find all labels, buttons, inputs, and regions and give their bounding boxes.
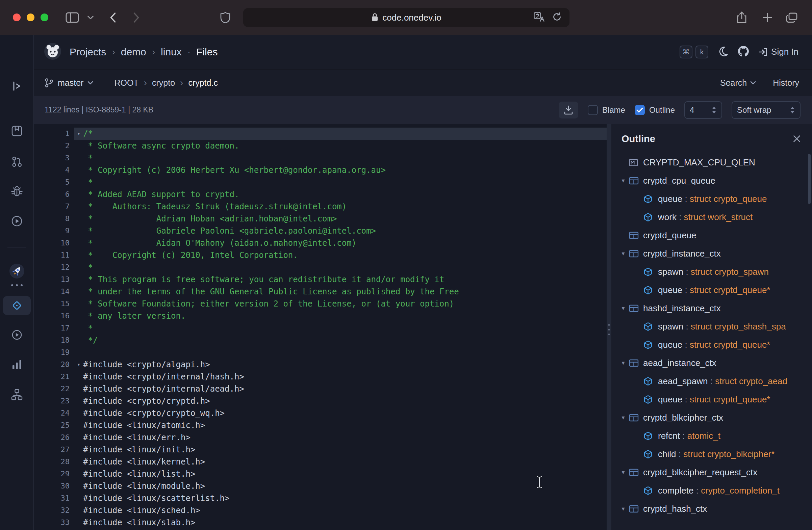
caret-down-icon[interactable]: ▾ [618,359,629,367]
line-number[interactable]: 29 [34,468,74,480]
code-line[interactable]: 31#include <linux/scatterlist.h> [34,492,607,504]
fold-caret-icon[interactable]: ▾ [74,358,83,371]
code-line[interactable]: 10 * Aidan O'Mahony (aidan.o.mahony@inte… [34,237,607,249]
code-line[interactable]: 33#include <linux/slab.h> [34,516,607,529]
minimize-window-button[interactable] [27,14,34,21]
breadcrumb-linux[interactable]: linux [161,46,182,58]
code-line[interactable]: 26#include <linux/err.h> [34,431,607,444]
code-line[interactable]: 2 * Software async crypto daemon. [34,140,607,152]
caret-down-icon[interactable]: ▾ [618,414,629,421]
code-line[interactable]: 21#include <crypto/internal/hash.h> [34,371,607,383]
outline-item[interactable]: CRYPTD_MAX_CPU_QLEN [611,153,812,172]
path-crypto[interactable]: crypto [152,78,175,88]
outline-item[interactable]: ▾cryptd_cpu_queue [611,172,812,190]
fold-caret-icon[interactable]: ▾ [74,128,83,140]
close-icon[interactable] [793,134,801,143]
line-number[interactable]: 16 [34,310,74,322]
outline-item[interactable]: spawn : struct crypto_spawn [611,263,812,281]
tab-size-stepper[interactable]: 4 [684,101,722,119]
drag-handle-icon[interactable] [608,324,610,335]
zoom-window-button[interactable] [41,14,48,21]
new-tab-icon[interactable] [762,12,773,23]
code-line[interactable]: 7 * Authors: Tadeusz Struk (tadeusz.stru… [34,201,607,213]
code-line[interactable]: 23#include <crypto/cryptd.h> [34,395,607,407]
pull-request-icon[interactable] [11,156,23,168]
line-number[interactable]: 17 [34,322,74,334]
stats-icon[interactable] [11,359,23,370]
outline-scrollbar-thumb[interactable] [808,154,811,204]
line-number[interactable]: 20 [34,358,74,371]
caret-down-icon[interactable]: ▾ [618,177,629,184]
pipelines-icon[interactable] [11,329,23,341]
panel-resizer[interactable] [607,124,611,530]
privacy-shield-icon[interactable] [220,12,230,23]
code-line[interactable]: 17 * [34,322,607,334]
onedev-logo[interactable] [44,43,61,61]
forward-icon[interactable] [133,12,140,23]
outline-item[interactable]: refcnt : atomic_t [611,427,812,445]
code-line[interactable]: 6 * Added AEAD support to cryptd. [34,188,607,201]
code-line[interactable]: 12 * [34,261,607,274]
line-number[interactable]: 1 [34,128,74,140]
bug-icon[interactable] [11,185,23,197]
line-number[interactable]: 9 [34,225,74,237]
line-number[interactable]: 15 [34,298,74,310]
code-line[interactable]: 13 * This program is free software; you … [34,274,607,285]
code-line[interactable]: 15 * Software Foundation; either version… [34,298,607,310]
code-line[interactable]: 24#include <crypto/crypto_wq.h> [34,407,607,419]
download-button[interactable] [559,102,578,118]
share-icon[interactable] [736,11,747,24]
line-number[interactable]: 24 [34,407,74,419]
outline-item[interactable]: child : struct crypto_blkcipher* [611,445,812,463]
line-number[interactable]: 8 [34,213,74,225]
line-number[interactable]: 22 [34,383,74,395]
line-number[interactable]: 2 [34,140,74,152]
translate-icon[interactable] [534,12,545,23]
line-number[interactable]: 11 [34,249,74,261]
code-line[interactable]: 29#include <linux/list.h> [34,468,607,480]
code-line[interactable]: 3 * [34,152,607,164]
wrap-mode-select[interactable]: Soft wrap [731,101,800,119]
line-number[interactable]: 21 [34,371,74,383]
outline-item[interactable]: ▾hashd_instance_ctx [611,299,812,317]
blame-toggle[interactable]: Blame [588,105,625,115]
back-icon[interactable] [110,12,116,23]
path-root[interactable]: ROOT [114,78,139,88]
github-icon[interactable] [738,46,749,58]
outline-item[interactable]: ▾aead_instance_ctx [611,354,812,372]
breadcrumb-projects[interactable]: Projects [70,46,106,58]
caret-down-icon[interactable]: ▾ [618,469,629,476]
line-number[interactable]: 7 [34,201,74,213]
outline-item[interactable]: complete : crypto_completion_t [611,481,812,500]
outline-item[interactable]: queue : struct cryptd_queue* [611,390,812,409]
line-number[interactable]: 19 [34,347,74,358]
line-number[interactable]: 25 [34,419,74,431]
outline-item[interactable]: ▾cryptd_blkcipher_ctx [611,409,812,427]
code-line[interactable]: 28#include <linux/kernel.h> [34,456,607,468]
outline-item[interactable]: ▾cryptd_instance_ctx [611,245,812,263]
code-line[interactable]: 11 * Copyright (c) 2010, Intel Corporati… [34,249,607,261]
outline-item[interactable]: queue : struct crypto_queue [611,190,812,208]
expand-sidebar-icon[interactable] [12,81,22,91]
outline-item[interactable]: queue : struct cryptd_queue* [611,281,812,299]
code-line[interactable]: 32#include <linux/sched.h> [34,504,607,516]
code-line[interactable]: 8 * Adrian Hoban <adrian.hoban@intel.com… [34,213,607,225]
outline-toggle[interactable]: Outline [635,105,675,115]
saved-queries-icon[interactable] [11,125,23,137]
line-number[interactable]: 26 [34,431,74,444]
code-line[interactable]: 5 * [34,176,607,188]
line-number[interactable]: 31 [34,492,74,504]
line-number[interactable]: 14 [34,285,74,298]
line-number[interactable]: 33 [34,516,74,529]
sign-in-button[interactable]: Sign In [758,47,798,57]
code-line[interactable]: 25#include <linux/atomic.h> [34,419,607,431]
chevron-down-icon[interactable] [87,15,94,19]
code-line[interactable]: 20▾#include <crypto/algapi.h> [34,358,607,371]
line-number[interactable]: 23 [34,395,74,407]
blame-checkbox[interactable] [588,105,598,115]
close-window-button[interactable] [13,14,20,21]
outline-item[interactable]: spawn : struct crypto_shash_spa [611,317,812,336]
more-icon[interactable] [11,284,23,286]
builds-icon[interactable] [11,215,23,227]
code-line[interactable]: 18 */ [34,334,607,347]
